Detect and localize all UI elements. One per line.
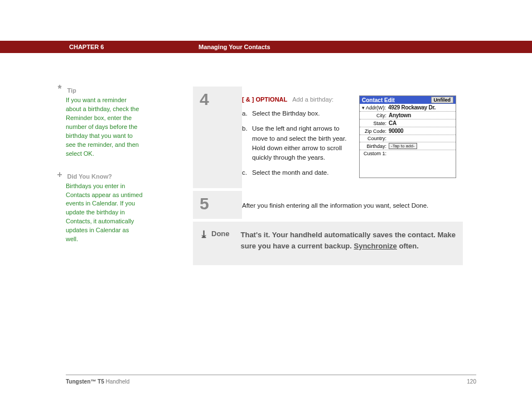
state-value[interactable]: CA bbox=[389, 120, 396, 126]
main-content: 4 [ & ] OPTIONAL Add a birthday: a.Selec… bbox=[193, 87, 463, 265]
contact-edit-screenshot: Contact Edit Unfiled ▾ Addr(W): 4929 Roc… bbox=[359, 95, 456, 178]
country-label: Country: bbox=[360, 136, 389, 141]
chapter-title: Managing Your Contacts bbox=[199, 44, 270, 50]
city-value[interactable]: Anytown bbox=[389, 112, 411, 118]
step-4: 4 [ & ] OPTIONAL Add a birthday: a.Selec… bbox=[193, 87, 463, 188]
step-number: 4 bbox=[200, 90, 209, 109]
zip-value[interactable]: 90000 bbox=[389, 128, 403, 134]
step-4-instructions: [ & ] OPTIONAL Add a birthday: a.Select … bbox=[242, 95, 351, 178]
footer-product: Tungsten™ T5 Handheld bbox=[66, 379, 129, 385]
zip-row[interactable]: Zip Code: 90000 bbox=[360, 127, 456, 135]
synchronize-link[interactable]: Synchronize bbox=[354, 242, 397, 250]
footer: Tungsten™ T5 Handheld 120 bbox=[66, 379, 476, 385]
dropdown-icon[interactable]: ▾ bbox=[362, 105, 365, 111]
page-number: 120 bbox=[467, 379, 476, 385]
addr-label: Addr(W): bbox=[366, 105, 388, 111]
did-you-know-body: Birthdays you enter in Contacts appear a… bbox=[66, 182, 143, 245]
substep-a: a.Select the Birthday box. bbox=[242, 109, 351, 118]
tip-heading: Tip bbox=[67, 87, 76, 94]
addr-value[interactable]: 4929 Rockaway Dr. bbox=[388, 104, 436, 111]
plus-icon: + bbox=[55, 171, 65, 179]
done-label: Done bbox=[211, 229, 230, 238]
optional-lead: Add a birthday: bbox=[289, 96, 334, 103]
country-row[interactable]: Country: bbox=[360, 135, 456, 142]
device-title: Contact Edit bbox=[362, 97, 395, 103]
did-you-know-block: + Did You Know? Birthdays you enter in C… bbox=[55, 171, 143, 245]
chapter-label: CHAPTER 6 bbox=[69, 44, 199, 50]
done-block: ⤓ Done That's it. Your handheld automati… bbox=[193, 222, 463, 265]
substep-c: c.Select the month and date. bbox=[242, 168, 351, 178]
did-you-know-heading: Did You Know? bbox=[67, 173, 112, 180]
step-5: 5 After you finish entering all the info… bbox=[193, 191, 463, 219]
step-5-text: After you finish entering all the inform… bbox=[242, 200, 456, 209]
asterisk-icon: * bbox=[55, 85, 65, 93]
birthday-tap-to-add[interactable]: -Tap to add- bbox=[389, 143, 417, 149]
state-label: State: bbox=[360, 121, 389, 126]
step-number: 5 bbox=[200, 194, 209, 213]
tip-block: * Tip If you want a reminder about a bir… bbox=[55, 85, 143, 159]
chapter-header: CHAPTER 6 Managing Your Contacts bbox=[0, 41, 532, 53]
state-row[interactable]: State: CA bbox=[360, 119, 456, 127]
done-text: That's it. Your handheld automatically s… bbox=[241, 229, 457, 252]
zip-label: Zip Code: bbox=[360, 128, 389, 134]
category-selector[interactable]: Unfiled bbox=[431, 97, 454, 103]
substep-b: b.Use the left and right arrows to move … bbox=[242, 124, 351, 162]
optional-tag: [ & ] OPTIONAL bbox=[242, 96, 287, 103]
birthday-row[interactable]: Birthday: -Tap to add- bbox=[360, 142, 456, 150]
footer-rule bbox=[66, 375, 476, 375]
sidebar: * Tip If you want a reminder about a bir… bbox=[55, 85, 143, 256]
addr-row[interactable]: ▾ Addr(W): 4929 Rockaway Dr. bbox=[360, 104, 456, 112]
done-arrow-icon: ⤓ bbox=[200, 230, 208, 239]
custom1-row[interactable]: Custom 1: bbox=[360, 150, 456, 157]
city-label: City: bbox=[360, 113, 389, 118]
custom1-label: Custom 1: bbox=[360, 151, 389, 156]
tip-body: If you want a reminder about a birthday,… bbox=[66, 96, 143, 159]
birthday-label: Birthday: bbox=[360, 143, 389, 149]
city-row[interactable]: City: Anytown bbox=[360, 112, 456, 119]
